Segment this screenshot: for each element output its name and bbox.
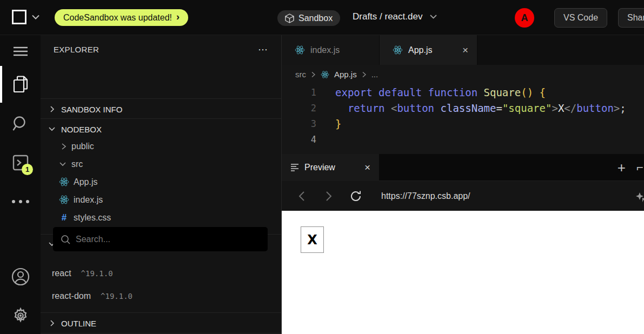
close-tab-icon[interactable]: × bbox=[462, 44, 468, 56]
close-preview-icon[interactable]: × bbox=[364, 162, 370, 173]
files-icon bbox=[12, 76, 29, 93]
preview-tab-bar: Preview × + ⌐ bbox=[282, 154, 644, 181]
code-token: } bbox=[335, 118, 341, 130]
chevron-down-icon[interactable] bbox=[430, 15, 437, 19]
search-view-button[interactable] bbox=[0, 110, 41, 137]
settings-button[interactable] bbox=[0, 302, 41, 329]
sandbox-badge[interactable]: Sandbox bbox=[277, 10, 340, 26]
code-token: button bbox=[397, 102, 434, 114]
preview-tab-label: Preview bbox=[304, 163, 335, 172]
section-outline[interactable]: OUTLINE bbox=[41, 313, 282, 333]
code-token: ; bbox=[620, 102, 626, 114]
code-token: export default function bbox=[335, 86, 484, 98]
code-token: = bbox=[496, 102, 502, 114]
css-file-icon: # bbox=[59, 212, 69, 223]
dependency-row-react[interactable]: react ^19.1.0 bbox=[41, 264, 282, 282]
avatar-letter: A bbox=[521, 12, 528, 24]
react-file-icon bbox=[59, 195, 69, 205]
folder-label: public bbox=[71, 142, 94, 151]
file-label: App.js bbox=[74, 177, 97, 187]
code-token: X bbox=[558, 102, 564, 114]
code-token: return bbox=[335, 102, 391, 114]
chevron-down-icon[interactable] bbox=[32, 15, 39, 19]
sandbox-badge-label: Sandbox bbox=[298, 14, 333, 23]
sparkle-cursor-icon[interactable] bbox=[635, 192, 644, 203]
section-label: OUTLINE bbox=[61, 319, 96, 328]
preview-viewport[interactable]: X bbox=[282, 211, 644, 334]
refresh-button[interactable] bbox=[342, 190, 369, 202]
folder-label: src bbox=[71, 159, 83, 169]
chevron-right-icon bbox=[311, 71, 316, 78]
folder-public[interactable]: public bbox=[41, 137, 282, 155]
gear-icon bbox=[12, 307, 29, 324]
add-preview-icon[interactable]: + bbox=[618, 159, 626, 176]
section-label: NODEBOX bbox=[61, 125, 102, 134]
search-placeholder: Search... bbox=[76, 235, 110, 244]
open-devtool-icon[interactable]: ⌐ bbox=[636, 161, 643, 175]
dependency-row-react-dom[interactable]: react-dom ^19.1.0 bbox=[41, 287, 282, 305]
more-views-button[interactable] bbox=[0, 188, 41, 215]
app-logo-group[interactable] bbox=[12, 10, 39, 24]
search-icon bbox=[61, 235, 70, 244]
forward-button[interactable] bbox=[315, 191, 342, 202]
tab-app-js[interactable]: App.js × bbox=[380, 35, 477, 65]
chevron-right-icon bbox=[46, 105, 58, 113]
preview-url[interactable]: https://77sznp.csb.app/ bbox=[381, 191, 470, 201]
vs-code-button-label: VS Code bbox=[563, 13, 598, 23]
terminal-view-button[interactable]: 1 bbox=[0, 149, 41, 176]
code-line-4[interactable]: 4 bbox=[282, 132, 644, 148]
tab-label: App.js bbox=[408, 45, 432, 55]
line-number: 4 bbox=[282, 132, 316, 148]
breadcrumb-file[interactable]: App.js bbox=[334, 70, 357, 79]
dependency-search-input[interactable]: Search... bbox=[53, 227, 268, 251]
section-sandbox-info[interactable]: SANDBOX INFO bbox=[41, 99, 282, 119]
breadcrumb-more[interactable]: ... bbox=[371, 70, 379, 79]
top-bar: CodeSandbox was updated! › Sandbox Draft… bbox=[0, 0, 644, 35]
editor-breadcrumb[interactable]: src App.js ... bbox=[282, 65, 644, 84]
file-app-js[interactable]: App.js bbox=[41, 173, 282, 191]
chevron-right-icon bbox=[46, 319, 58, 327]
chevron-left-icon bbox=[298, 191, 305, 202]
tab-index-js[interactable]: index.js bbox=[282, 35, 380, 65]
code-token: > bbox=[552, 102, 557, 114]
refresh-icon bbox=[350, 190, 362, 202]
project-breadcrumb[interactable]: Drafts / react.dev bbox=[353, 11, 437, 22]
code-token: "square" bbox=[502, 102, 552, 114]
react-file-icon bbox=[59, 177, 69, 187]
update-banner-label: CodeSandbox was updated! bbox=[63, 13, 172, 23]
explorer-more-icon[interactable]: ⋯ bbox=[258, 44, 269, 56]
back-button[interactable] bbox=[288, 191, 315, 202]
code-token: button bbox=[576, 102, 614, 114]
line-number: 2 bbox=[282, 101, 316, 116]
preview-tab[interactable]: Preview × bbox=[282, 154, 379, 181]
code-line-2[interactable]: 2 return <button className="square">X</b… bbox=[282, 101, 644, 116]
square-button[interactable]: X bbox=[301, 226, 324, 253]
update-banner-button[interactable]: CodeSandbox was updated! › bbox=[55, 9, 188, 26]
file-index-js[interactable]: index.js bbox=[41, 191, 282, 209]
code-line-1[interactable]: 1 export default function Square() { bbox=[282, 85, 644, 101]
cube-icon bbox=[285, 14, 294, 23]
dependency-name: react-dom bbox=[52, 291, 91, 301]
code-line-3[interactable]: 3 } bbox=[282, 116, 644, 132]
share-button[interactable]: Share bbox=[618, 8, 644, 28]
vs-code-button[interactable]: VS Code bbox=[554, 8, 607, 28]
dependency-version: ^19.1.0 bbox=[81, 269, 113, 278]
section-nodebox[interactable]: NODEBOX bbox=[41, 119, 282, 139]
file-label: styles.css bbox=[74, 213, 111, 223]
code-token: Square bbox=[484, 86, 521, 98]
folder-src[interactable]: src bbox=[41, 155, 282, 173]
code-token: < bbox=[391, 102, 397, 114]
code-editor[interactable]: 1 export default function Square() { 2 r… bbox=[282, 84, 644, 154]
account-button[interactable] bbox=[0, 263, 41, 290]
react-file-icon bbox=[295, 45, 305, 55]
line-number: 1 bbox=[282, 85, 316, 101]
chevron-right-icon bbox=[61, 143, 67, 150]
breadcrumb-dir[interactable]: src bbox=[295, 70, 306, 79]
explorer-view-button[interactable] bbox=[0, 71, 41, 98]
code-token: () { bbox=[521, 86, 546, 98]
codesandbox-logo-icon[interactable] bbox=[12, 10, 26, 24]
tab-label: index.js bbox=[310, 45, 340, 55]
file-styles-css[interactable]: # styles.css bbox=[41, 209, 282, 226]
menu-button[interactable] bbox=[0, 38, 41, 65]
avatar[interactable]: A bbox=[515, 8, 534, 28]
